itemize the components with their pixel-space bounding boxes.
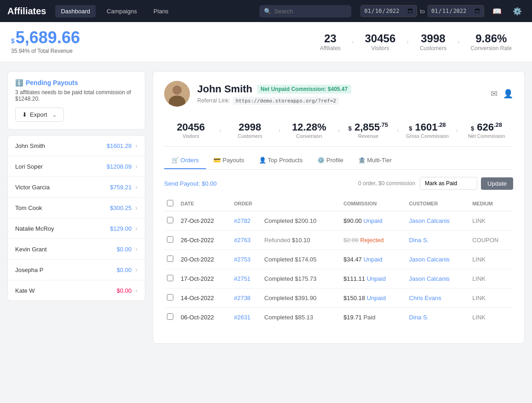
mark-paid-select[interactable]: Mark as Paid Mark as Unpaid [420, 177, 477, 190]
commission-status: Unpaid [363, 217, 382, 224]
affiliate-chevron-icon: › [135, 183, 137, 191]
gross-commission-label: Gross Commission [400, 133, 454, 139]
affiliate-name: Natalie McRoy [15, 225, 110, 232]
row-checkbox[interactable] [167, 313, 173, 320]
commission-status: Unpaid [363, 256, 382, 263]
row-checkbox-cell [164, 289, 178, 308]
conversion-label: Conversion Rate [471, 45, 512, 51]
search-input[interactable] [274, 8, 338, 15]
pending-description: 3 affiliates needs to be paid total comm… [15, 89, 137, 102]
table-row: 20-Oct-2022 #2753 Completed $174.05 $34.… [164, 250, 513, 269]
affiliate-item[interactable]: Josepha P $0.00 › [8, 260, 145, 280]
row-medium: COUPON [469, 231, 513, 250]
p-arrow-4: › [395, 126, 401, 134]
export-button[interactable]: ⬇ Export ⌄ [15, 108, 64, 122]
row-date: 20-Oct-2022 [178, 250, 231, 269]
date-column-header: DATE [178, 196, 231, 211]
row-date: 26-Oct-2022 [178, 231, 231, 250]
affiliate-amount: $300.25 [110, 204, 132, 211]
row-checkbox[interactable] [167, 294, 173, 301]
gross-commission-num: $ 1601.28 [400, 121, 454, 133]
customers-num: 2998 [223, 121, 277, 133]
affiliate-name: Kevin Grant [15, 246, 117, 253]
affiliate-item[interactable]: Tom Cook $300.25 › [8, 198, 145, 218]
affiliate-amount: $1208.09 [107, 163, 132, 170]
profile-header: John Smith Net Unpaid Commission: $405.4… [164, 81, 513, 107]
customers-count: 3998 [420, 32, 446, 45]
row-commission: $150.18 Unpaid [341, 289, 406, 308]
profile-tabs: 🛒 Orders 💳 Payouts 👤 Top Products ⚙️ Pro… [164, 152, 513, 170]
nav-campaigns[interactable]: Campaigns [101, 5, 143, 17]
visitors-num: 20456 [164, 121, 217, 133]
affiliate-item[interactable]: Natalie McRoy $129.00 › [8, 218, 145, 239]
affiliate-item[interactable]: Lori Soper $1208.09 › [8, 156, 145, 177]
row-status: Completed $200.10 [262, 211, 341, 231]
profile-actions: ✉ 👤 [491, 89, 513, 99]
row-status: Completed $175.73 [262, 269, 341, 289]
tab-multi-tier[interactable]: 🏦 Multi-Tier [351, 152, 399, 169]
chevron-icon: ⌄ [52, 111, 57, 118]
affiliate-name: Kate W [15, 287, 117, 294]
commission-status: Rejected [360, 237, 383, 244]
customers-p-label: Customers [223, 133, 277, 139]
referral-url: https://demo.storeapps.org/?ref=2 [233, 97, 339, 105]
row-checkbox[interactable] [167, 255, 173, 262]
affiliate-amount: $1601.28 [107, 142, 132, 149]
content: ℹ️ Pending Payouts 3 affiliates needs to… [0, 62, 532, 358]
commission-status: Paid [363, 314, 375, 321]
visitors-profile-metric: 20456 Visitors [164, 121, 217, 139]
tab-top-products[interactable]: 👤 Top Products [252, 152, 310, 169]
table-row: 14-Oct-2022 #2738 Completed $391.90 $150… [164, 289, 513, 308]
row-checkbox-cell [164, 231, 178, 250]
row-medium: LINK [469, 289, 513, 308]
brand-title: Affiliates [7, 6, 46, 17]
email-icon[interactable]: ✉ [491, 89, 498, 99]
arrow-icon: › [350, 38, 356, 45]
select-all-checkbox[interactable] [167, 200, 173, 206]
row-checkbox[interactable] [167, 275, 173, 281]
row-order-num: #2631 [231, 308, 262, 327]
tab-profile[interactable]: ⚙️ Profile [310, 152, 350, 169]
left-panel: ℹ️ Pending Payouts 3 affiliates needs to… [7, 71, 145, 349]
send-payout[interactable]: Send Payout: $0.00 [164, 180, 358, 187]
affiliate-item[interactable]: Kevin Grant $0.00 › [8, 239, 145, 260]
nav-dashboard[interactable]: Dashboard [55, 5, 96, 17]
customers-profile-metric: 2998 Customers [223, 121, 277, 139]
affiliates-metric: 23 Affiliates › [311, 32, 356, 51]
book-icon[interactable]: 📖 [490, 4, 504, 18]
affiliate-item[interactable]: Kate W $0.00 › [8, 280, 145, 301]
row-medium: LINK [469, 250, 513, 269]
row-checkbox-cell [164, 269, 178, 289]
orders-table: DATE ORDER COMMISSION CUSTOMER MEDIUM 27… [164, 196, 513, 327]
nav-plans[interactable]: Plans [148, 5, 174, 17]
row-order-num: #2782 [231, 211, 262, 231]
user-icon[interactable]: 👤 [503, 89, 513, 99]
table-row: 17-Oct-2022 #2751 Completed $175.73 $111… [164, 269, 513, 289]
affiliates-count: 23 [320, 32, 341, 45]
affiliate-name: Tom Cook [15, 204, 110, 211]
update-button[interactable]: Update [481, 177, 513, 190]
profile-card: John Smith Net Unpaid Commission: $405.4… [153, 71, 525, 344]
net-commission-metric: $ 626.28 Net Commission [460, 121, 513, 139]
p-arrow-1: › [217, 126, 223, 134]
customer-column-header: CUSTOMER [406, 196, 470, 211]
affiliates-label: Affiliates [320, 45, 341, 51]
date-to-input[interactable] [428, 5, 484, 17]
search-box: 🔍 [259, 5, 351, 17]
commission-column-header: COMMISSION [341, 196, 406, 211]
settings-icon[interactable]: ⚙️ [510, 4, 525, 18]
tab-payouts[interactable]: 💳 Payouts [206, 152, 252, 169]
affiliate-amount: $0.00 [117, 267, 132, 273]
tab-orders[interactable]: 🛒 Orders [164, 152, 206, 169]
table-header-row: DATE ORDER COMMISSION CUSTOMER MEDIUM [164, 196, 513, 211]
commission-status: Unpaid [367, 275, 386, 282]
affiliate-item[interactable]: Victor Garcia $759.21 › [8, 177, 145, 198]
row-checkbox[interactable] [167, 236, 173, 243]
affiliate-amount: $129.00 [110, 225, 132, 232]
header: Affiliates Dashboard Campaigns Plans 🔍 t… [0, 0, 532, 22]
avatar [164, 81, 190, 107]
row-checkbox[interactable] [167, 217, 173, 223]
date-from-input[interactable] [360, 5, 417, 17]
affiliate-chevron-icon: › [135, 266, 137, 273]
affiliate-item[interactable]: John Smith $1601.28 › [8, 136, 145, 156]
